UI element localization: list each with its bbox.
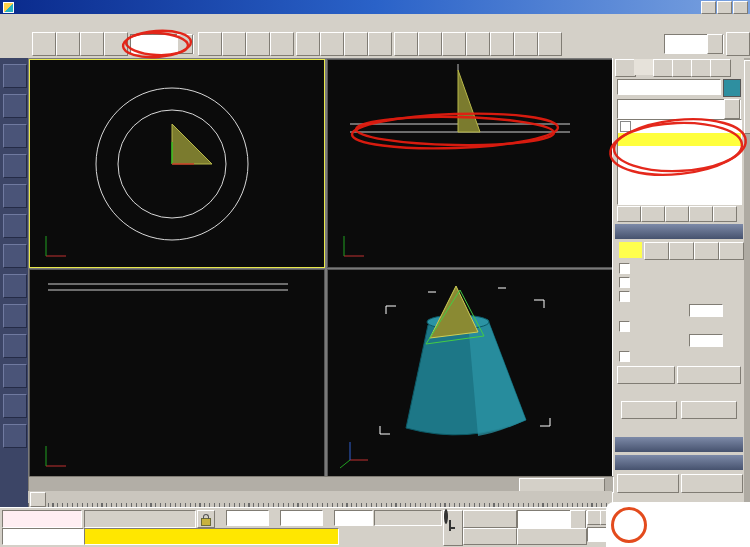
open-mini-curve-editor-icon[interactable]: [30, 492, 46, 507]
spinner-snap-icon[interactable]: [368, 32, 392, 56]
helix-tool-icon[interactable]: [3, 364, 27, 388]
spin-down-icon[interactable]: [723, 341, 733, 348]
cylinder-tool-icon[interactable]: [3, 154, 27, 178]
ignore-backfacing-checkbox[interactable]: [619, 276, 634, 288]
x-coord-field[interactable]: [226, 510, 269, 526]
copy-button[interactable]: [621, 401, 677, 419]
spin-down-icon[interactable]: [723, 311, 733, 318]
unhide-all-button[interactable]: [677, 366, 741, 384]
torus-tool-icon[interactable]: [3, 184, 27, 208]
y-coord-field[interactable]: [280, 510, 323, 526]
tab-create-icon[interactable]: [615, 59, 636, 77]
selection-lock-icon[interactable]: [197, 510, 215, 528]
stack-item-edge[interactable]: [618, 146, 741, 159]
tab-display-icon[interactable]: [691, 59, 712, 77]
scale-icon[interactable]: [198, 32, 222, 56]
cone-tool-icon[interactable]: [3, 244, 27, 268]
track-bar[interactable]: [28, 491, 612, 507]
tab-utilities-icon[interactable]: [710, 59, 731, 77]
time-slider-handle[interactable]: [519, 478, 605, 492]
planar-thresh-spinner[interactable]: [689, 304, 733, 317]
viewport-front[interactable]: [327, 59, 613, 268]
quick-render-icon[interactable]: [726, 32, 750, 56]
select-tool-icon[interactable]: [3, 64, 27, 88]
delete-button[interactable]: [681, 474, 743, 493]
macro-recorder-field[interactable]: [2, 510, 82, 528]
selection-region-icon[interactable]: [270, 32, 294, 56]
maxscript-listener-field[interactable]: [2, 528, 84, 545]
link-icon[interactable]: [32, 32, 56, 56]
curve-editor-icon[interactable]: [466, 32, 490, 56]
show-normals-checkbox[interactable]: [619, 320, 634, 332]
tab-hierarchy-icon[interactable]: [653, 59, 674, 77]
delete-isolated-vertices-checkbox[interactable]: [619, 350, 634, 362]
schematic-view-icon[interactable]: [490, 32, 514, 56]
tube-tool-icon[interactable]: [3, 274, 27, 298]
set-key-icon[interactable]: [443, 510, 463, 546]
stack-item-mesh[interactable]: [618, 120, 741, 133]
percent-snap-icon[interactable]: [344, 32, 368, 56]
minimize-button[interactable]: [701, 1, 716, 14]
pin-stack-icon[interactable]: [617, 206, 641, 222]
subobject-vertex-icon[interactable]: [619, 242, 642, 258]
subobject-polygon-icon[interactable]: [694, 242, 719, 260]
teapot-tool-icon[interactable]: [3, 214, 27, 238]
move-icon[interactable]: [80, 32, 104, 56]
auto-key-button[interactable]: [463, 510, 517, 528]
z-coord-field[interactable]: [334, 510, 373, 526]
rollout-soft-selection[interactable]: [615, 437, 743, 452]
configure-stack-icon[interactable]: [713, 206, 737, 222]
key-filters-button[interactable]: [517, 528, 587, 545]
unlink-icon[interactable]: [56, 32, 80, 56]
subobject-element-icon[interactable]: [719, 242, 744, 260]
title-bar[interactable]: [0, 0, 750, 14]
text-tool-icon[interactable]: [3, 394, 27, 418]
select-object-icon[interactable]: [222, 32, 246, 56]
create-button[interactable]: [617, 474, 679, 493]
viewport-perspective[interactable]: [327, 269, 613, 478]
snap-toggle-icon[interactable]: [296, 32, 320, 56]
plane-tool-icon[interactable]: [3, 334, 27, 358]
set-key-mode-button[interactable]: [463, 528, 517, 545]
box-tool-icon[interactable]: [3, 94, 27, 118]
modifier-list-dropdown[interactable]: [617, 99, 741, 119]
make-unique-icon[interactable]: [665, 206, 689, 222]
maximize-button[interactable]: [717, 1, 732, 14]
sphere-tool-icon[interactable]: [3, 124, 27, 148]
viewport-top[interactable]: [29, 59, 325, 268]
object-name-field[interactable]: [617, 79, 721, 95]
pyramid-tool-icon[interactable]: [3, 304, 27, 328]
stack-item-face[interactable]: [618, 159, 741, 172]
rollout-selection[interactable]: [615, 224, 743, 239]
select-by-name-icon[interactable]: [246, 32, 270, 56]
remove-modifier-icon[interactable]: [689, 206, 713, 222]
angle-snap-icon[interactable]: [320, 32, 344, 56]
tab-motion-icon[interactable]: [672, 59, 693, 77]
hide-button[interactable]: [617, 366, 675, 384]
selection-set-dropdown[interactable]: [517, 510, 587, 530]
show-end-result-icon[interactable]: [641, 206, 665, 222]
close-button[interactable]: [733, 1, 748, 14]
mirror-icon[interactable]: [394, 32, 418, 56]
tab-modify-icon[interactable]: [634, 59, 653, 75]
paste-button[interactable]: [681, 401, 737, 419]
stack-item-polygon[interactable]: [618, 172, 741, 185]
reference-coordinate-dropdown[interactable]: [130, 34, 194, 54]
material-editor-icon[interactable]: [514, 32, 538, 56]
layer-manager-icon[interactable]: [442, 32, 466, 56]
stack-item-vertex[interactable]: [618, 133, 741, 146]
subobject-edge-icon[interactable]: [644, 242, 669, 260]
viewport-left[interactable]: [29, 269, 325, 478]
ignore-visible-edges-checkbox[interactable]: [619, 290, 634, 302]
tree-collapse-icon[interactable]: [620, 121, 631, 132]
scrollbar-thumb[interactable]: [744, 60, 750, 134]
render-scene-icon[interactable]: [538, 32, 562, 56]
scale-spinner[interactable]: [689, 334, 733, 347]
subobject-face-icon[interactable]: [669, 242, 694, 260]
render-type-dropdown[interactable]: [664, 34, 724, 54]
stack-item-element[interactable]: [618, 185, 741, 198]
align-icon[interactable]: [418, 32, 442, 56]
rollout-edit-geometry[interactable]: [615, 455, 743, 470]
by-vertex-checkbox[interactable]: [619, 262, 634, 274]
go-to-start-icon[interactable]: [587, 510, 601, 525]
